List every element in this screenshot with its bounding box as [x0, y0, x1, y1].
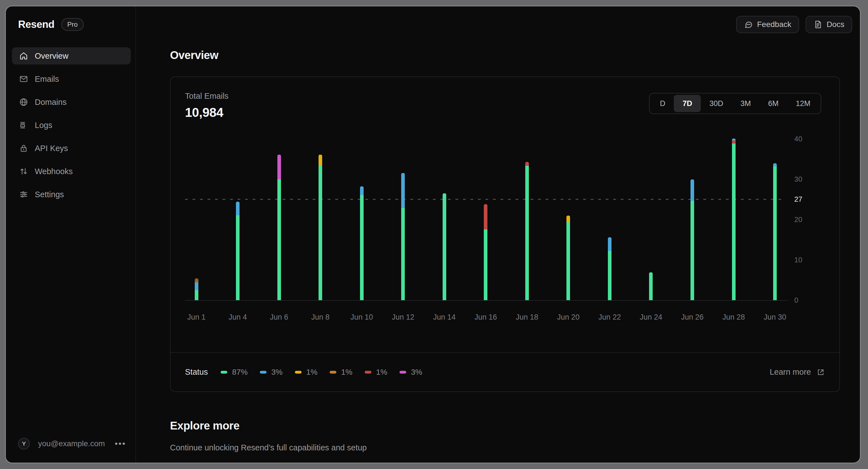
bar-segment-status-yellow — [318, 155, 322, 165]
external-link-icon — [816, 368, 825, 376]
sidebar: Resend Pro OverviewEmailsDomainsLogsAPI … — [6, 6, 136, 463]
legend-item-magenta: 3% — [400, 368, 422, 377]
x-axis-label: Jun 6 — [257, 313, 301, 321]
bar-segment-status-green — [401, 208, 405, 300]
bar-segment-status-green — [318, 165, 322, 300]
bar-jun-16[interactable] — [484, 204, 488, 300]
learn-more-link[interactable]: Learn more — [770, 368, 825, 377]
legend-percentage: 1% — [306, 368, 317, 377]
feedback-button[interactable]: Feedback — [736, 16, 799, 33]
bar-jun-26[interactable] — [690, 180, 694, 300]
y-axis-tick-0: 0 — [794, 296, 825, 305]
bar-segment-status-blue — [360, 186, 364, 195]
bar-jun-4[interactable] — [236, 202, 240, 300]
y-axis-tick-27: 27 — [794, 195, 825, 204]
x-axis-label: Jun 30 — [753, 313, 797, 321]
pro-badge: Pro — [61, 18, 84, 31]
x-axis-label: Jun 20 — [546, 313, 591, 321]
legend-percentage: 87% — [232, 368, 248, 377]
legend-item-yellow: 1% — [295, 368, 317, 377]
sidebar-item-settings[interactable]: Settings — [12, 186, 131, 203]
bar-segment-status-blue — [195, 282, 198, 290]
total-emails-card: Total Emails 10,984 D7D30D3M6M12M Jun 1J… — [170, 76, 840, 392]
explore-more-subtitle: Continue unlocking Resend’s full capabil… — [170, 443, 367, 452]
bar-jun-20[interactable] — [566, 216, 570, 301]
brand-logo: Resend — [18, 19, 55, 30]
sidebar-item-emails[interactable]: Emails — [12, 70, 131, 88]
bar-segment-status-blue — [732, 138, 736, 140]
bar-jun-22[interactable] — [608, 237, 612, 300]
bar-segment-status-blue — [773, 163, 777, 166]
bar-segment-status-blue — [401, 173, 405, 208]
bar-jun-6[interactable] — [277, 155, 281, 300]
logs-icon — [19, 120, 28, 130]
sidebar-item-overview[interactable]: Overview — [12, 47, 131, 65]
legend: 87%3%1%1%1%3% — [221, 368, 770, 377]
legend-title: Status — [185, 368, 208, 377]
globe-icon — [19, 97, 28, 107]
reference-dotted-line — [185, 199, 786, 200]
bar-segment-status-green — [236, 215, 240, 300]
y-axis-tick-40: 40 — [794, 135, 825, 143]
sidebar-item-domains[interactable]: Domains — [12, 93, 131, 111]
home-icon — [19, 51, 28, 61]
desktop-background: Resend Pro OverviewEmailsDomainsLogsAPI … — [0, 0, 868, 469]
legend-item-orange: 1% — [330, 368, 352, 377]
bar-segment-status-green — [484, 229, 488, 300]
bar-segment-status-green — [195, 290, 198, 300]
sidebar-item-label: API Keys — [35, 144, 68, 153]
sidebar-nav: OverviewEmailsDomainsLogsAPI KeysWebhook… — [12, 47, 131, 209]
bar-segment-status-green — [566, 222, 570, 300]
x-axis-label: Jun 28 — [711, 313, 756, 321]
x-axis-label: Jun 8 — [298, 313, 343, 321]
y-axis-tick-20: 20 — [794, 215, 825, 224]
bar-segment-status-green — [525, 166, 529, 300]
legend-item-red: 1% — [365, 368, 387, 377]
legend-item-blue: 3% — [260, 368, 282, 377]
app-window: Resend Pro OverviewEmailsDomainsLogsAPI … — [5, 6, 861, 463]
sliders-icon — [19, 190, 28, 199]
ellipsis-menu-icon[interactable]: ••• — [113, 438, 128, 449]
legend-percentage: 1% — [376, 368, 387, 377]
bar-segment-status-green — [608, 251, 612, 300]
x-axis-label: Jun 24 — [629, 313, 673, 321]
bar-jun-28[interactable] — [732, 138, 736, 300]
bar-jun-1[interactable] — [195, 278, 198, 300]
bar-jun-8[interactable] — [318, 155, 322, 300]
sidebar-item-api-keys[interactable]: API Keys — [12, 139, 131, 157]
user-row[interactable]: Y you@example.com ••• — [18, 436, 128, 451]
card-footer: Status 87%3%1%1%1%3% Learn more — [170, 352, 839, 392]
document-icon — [813, 20, 823, 29]
sidebar-item-label: Overview — [35, 52, 68, 61]
bar-jun-24[interactable] — [649, 272, 653, 300]
feedback-label: Feedback — [757, 20, 791, 29]
legend-swatch-yellow — [295, 371, 302, 374]
legend-percentage: 3% — [271, 368, 282, 377]
explore-more-title: Explore more — [170, 419, 240, 432]
sidebar-item-label: Emails — [35, 74, 59, 84]
bar-jun-30[interactable] — [773, 163, 777, 300]
y-axis-tick-10: 10 — [794, 256, 825, 264]
bar-segment-status-blue — [690, 180, 694, 201]
bar-segment-status-red — [732, 140, 736, 144]
x-axis-label: Jun 12 — [381, 313, 425, 321]
bar-segment-status-magenta — [277, 155, 281, 180]
bar-jun-10[interactable] — [360, 186, 364, 300]
bar-jun-12[interactable] — [401, 173, 405, 300]
sidebar-item-logs[interactable]: Logs — [12, 117, 131, 134]
docs-button[interactable]: Docs — [806, 16, 852, 33]
feedback-bubble-icon — [744, 20, 753, 29]
bar-segment-status-green — [360, 195, 364, 300]
bar-jun-18[interactable] — [525, 162, 529, 300]
user-email: you@example.com — [38, 439, 113, 448]
x-axis-label: Jun 14 — [422, 313, 467, 321]
sidebar-item-label: Settings — [35, 190, 64, 199]
bar-segment-status-green — [732, 144, 736, 300]
sidebar-item-webhooks[interactable]: Webhooks — [12, 163, 131, 180]
envelope-icon — [19, 74, 28, 84]
bar-segment-status-red — [484, 204, 488, 229]
x-axis-label: Jun 1 — [174, 313, 219, 321]
emails-bar-chart: Jun 1Jun 4Jun 6Jun 8Jun 10Jun 12Jun 14Ju… — [170, 77, 839, 352]
sidebar-item-label: Domains — [35, 98, 66, 107]
bar-jun-14[interactable] — [443, 193, 446, 300]
